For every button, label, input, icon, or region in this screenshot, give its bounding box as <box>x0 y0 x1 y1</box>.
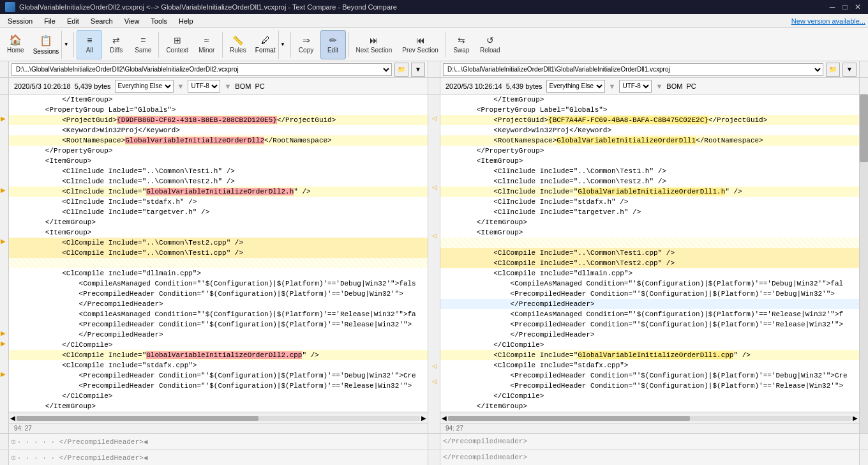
right-file-bar: D:\...\GlobalVariableInitializeOrderDll1… <box>440 61 859 77</box>
bottom-preview: ⊡ · · · · · </PrecompiledHeader>◀ </Prec… <box>0 433 868 465</box>
reload-button[interactable]: ↺ Reload <box>475 30 505 59</box>
table-row: <PrecompiledHeader Condition="'$(Configu… <box>440 319 859 330</box>
left-change-gutter: ▶ ▶ ▶ ▶ ▶ ▶ <box>0 95 9 433</box>
right-date: 2020/5/3 10:26:14 <box>445 82 502 90</box>
copy-label: Copy <box>299 47 313 54</box>
new-version-link[interactable]: New version available... <box>791 17 865 25</box>
close-button[interactable]: ✕ <box>853 2 863 12</box>
right-browse-button[interactable]: 📁 <box>826 63 840 77</box>
table-row: <PropertyGroup Label="Globals"> <box>9 105 428 115</box>
right-code-area[interactable]: </ItemGroup> <PropertyGroup Label="Globa… <box>440 95 859 413</box>
left-file-path[interactable]: D:\...\GlobalVariableInitializeOrderDll2… <box>11 63 392 76</box>
title-bar: GlobalVariableInitializeOrderDll2.vcxpro… <box>0 0 868 14</box>
menu-edit[interactable]: Edit <box>62 16 84 26</box>
table-row: <ClCompile Include="GlobalVariableInitia… <box>9 350 428 360</box>
menu-search[interactable]: Search <box>86 16 118 26</box>
menu-file[interactable]: File <box>39 16 61 26</box>
left-bottom-line2: ⊡ · · · · · </PrecompiledHeader>◀ <box>9 450 428 465</box>
table-row: <PrecompiledHeader Condition="'$(Configu… <box>9 381 428 391</box>
table-row: <ItemGroup> <box>440 156 859 166</box>
menu-view[interactable]: View <box>119 16 145 26</box>
sessions-arrow[interactable]: ▼ <box>61 31 70 59</box>
table-row: <ClInclude Include="GlobalVariableInitia… <box>9 187 428 197</box>
prev-section-icon: ⏮ <box>416 35 425 45</box>
table-row: <PrecompiledHeader Condition="'$(Configu… <box>9 289 428 299</box>
right-open-button[interactable]: ▼ <box>842 63 857 77</box>
same-label: Same <box>135 47 151 54</box>
prev-section-button[interactable]: ⏮ Prev Section <box>398 30 443 59</box>
minimize-button[interactable]: ─ <box>827 2 837 12</box>
left-encoding-select[interactable]: Everything Else UTF-8 <box>115 80 174 93</box>
toolbar: 🏠 Home 📋 Sessions ▼ ≡ All ⇄ Diffs = Same… <box>0 28 868 61</box>
right-vscroll[interactable] <box>859 95 868 433</box>
info-sep3: ▼ <box>609 82 616 90</box>
table-row: <ClInclude Include="targetver.h" /> <box>440 207 859 217</box>
window-title: GlobalVariableInitializeOrderDll2.vcxpro… <box>19 3 397 11</box>
next-section-button[interactable]: ⏭ Next Section <box>352 30 397 59</box>
minor-button[interactable]: ≈ Minor <box>194 30 220 59</box>
right-charset-select[interactable]: UTF-8 <box>619 80 652 93</box>
all-button[interactable]: ≡ All <box>77 30 102 59</box>
table-row: <ClCompile Include="stdafx.cpp"> <box>440 360 859 370</box>
table-row: <CompileAsManaged Condition="'$(Configur… <box>9 309 428 319</box>
table-row: <CompileAsManaged Condition="'$(Configur… <box>9 278 428 289</box>
table-row: <ClCompile Include="GlobalVariableInitia… <box>440 350 859 360</box>
copy-icon: ⇒ <box>303 35 310 45</box>
context-label: Context <box>166 47 188 54</box>
table-row: <ClCompile Include="..\Common\Test2.cpp"… <box>9 238 428 248</box>
copy-button[interactable]: ⇒ Copy <box>294 30 319 59</box>
format-main[interactable]: 🖊 Format <box>253 31 278 59</box>
same-icon: = <box>140 35 146 45</box>
left-browse-button[interactable]: 📁 <box>394 63 408 77</box>
table-row: <PrecompiledHeader Condition="'$(Configu… <box>9 319 428 330</box>
table-row: <PrecompiledHeader Condition="'$(Configu… <box>440 381 859 391</box>
table-row: </ItemGroup> <box>9 95 428 105</box>
sessions-button[interactable]: 📋 Sessions ▼ <box>30 30 71 59</box>
table-row: <ItemGroup> <box>9 227 428 238</box>
table-row: </ItemGroup> <box>440 217 859 227</box>
home-button[interactable]: 🏠 Home <box>3 30 29 59</box>
format-icon: 🖊 <box>261 35 270 45</box>
same-button[interactable]: = Same <box>130 30 156 59</box>
swap-button[interactable]: ⇆ Swap <box>449 30 474 59</box>
right-position: 94: 27 <box>440 423 859 433</box>
minor-label: Minor <box>198 47 214 54</box>
rules-button[interactable]: 📏 Rules <box>225 30 251 59</box>
format-button[interactable]: 🖊 Format ▼ <box>252 30 288 59</box>
menu-session[interactable]: Session <box>3 16 38 26</box>
left-position: 94: 27 <box>9 423 428 433</box>
menu-tools[interactable]: Tools <box>146 16 172 26</box>
left-open-button[interactable]: ▼ <box>411 63 425 77</box>
left-code-area[interactable]: </ItemGroup> <PropertyGroup Label="Globa… <box>9 95 428 413</box>
home-icon: 🏠 <box>9 35 22 45</box>
right-encoding-select[interactable]: Everything Else UTF-8 <box>546 80 605 93</box>
sep3 <box>222 32 223 57</box>
right-hscroll[interactable]: ◀ ▶ <box>440 413 859 423</box>
left-size: 5,439 bytes <box>75 82 111 90</box>
right-line-ending: PC <box>686 82 696 90</box>
next-section-icon: ⏭ <box>370 35 378 45</box>
left-bottom-line1: ⊡ · · · · · </PrecompiledHeader>◀ <box>9 434 428 449</box>
left-charset-select[interactable]: UTF-8 <box>188 80 220 93</box>
swap-label: Swap <box>453 47 469 54</box>
table-row: <ClCompile Include="stdafx.cpp"> <box>9 360 428 370</box>
table-row: </ClCompile> <box>440 391 859 401</box>
format-arrow[interactable]: ▼ <box>278 31 287 59</box>
table-row <box>440 238 859 248</box>
table-row: <ClInclude Include="stdafx.h" /> <box>440 197 859 207</box>
right-file-path[interactable]: D:\...\GlobalVariableInitializeOrderDll1… <box>443 63 823 76</box>
context-button[interactable]: ⊞ Context <box>161 30 192 59</box>
all-label: All <box>86 47 93 54</box>
table-row: <ClInclude Include="stdafx.h" /> <box>9 197 428 207</box>
maximize-button[interactable]: □ <box>840 2 850 12</box>
edit-button[interactable]: ✏ Edit <box>320 30 346 59</box>
left-hscroll[interactable]: ◀ ▶ <box>9 413 428 423</box>
table-row: <Keyword>Win32Proj</Keyword> <box>9 125 428 135</box>
right-bottom-line2: </PrecompiledHeader> <box>440 450 859 465</box>
menu-help[interactable]: Help <box>174 16 198 26</box>
left-bom: BOM <box>235 82 251 90</box>
diffs-button[interactable]: ⇄ Diffs <box>103 30 129 59</box>
table-row: <ClInclude Include="..\Common\Test1.h" /… <box>440 166 859 176</box>
sessions-main[interactable]: 📋 Sessions <box>31 31 62 59</box>
table-row: <ClCompile Include="..\Common\Test2.cpp"… <box>440 258 859 268</box>
